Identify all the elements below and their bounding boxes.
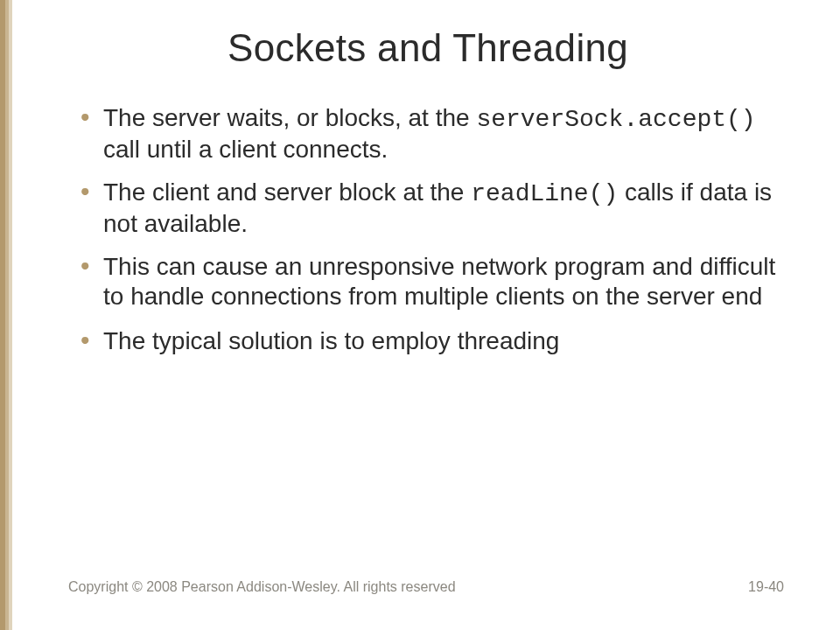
bullet-text-code: readLine() <box>471 180 618 207</box>
slide-content: Sockets and Threading The server waits, … <box>0 0 840 630</box>
slide-title: Sockets and Threading <box>68 26 788 70</box>
bullet-text-pre: The server waits, or blocks, at the <box>103 104 476 131</box>
list-item: This can cause an unresponsive network p… <box>74 252 788 314</box>
slide-body: The server waits, or blocks, at the serv… <box>68 103 788 358</box>
page-number: 19-40 <box>748 579 784 595</box>
list-item: The client and server block at the readL… <box>74 178 788 240</box>
list-item: The typical solution is to employ thread… <box>74 326 788 358</box>
bullet-text-pre: The typical solution is to employ thread… <box>103 327 559 354</box>
bullet-text-pre: This can cause an unresponsive network p… <box>103 253 775 310</box>
list-item: The server waits, or blocks, at the serv… <box>74 103 788 165</box>
bullet-text-code: serverSock.accept() <box>476 106 755 133</box>
bullet-text-pre: The client and server block at the <box>103 178 471 206</box>
copyright-text: Copyright © 2008 Pearson Addison-Wesley.… <box>68 579 456 595</box>
bullet-list: The server waits, or blocks, at the serv… <box>74 103 788 358</box>
bullet-text-post: call until a client connects. <box>103 136 388 163</box>
slide-footer: Copyright © 2008 Pearson Addison-Wesley.… <box>0 579 840 595</box>
